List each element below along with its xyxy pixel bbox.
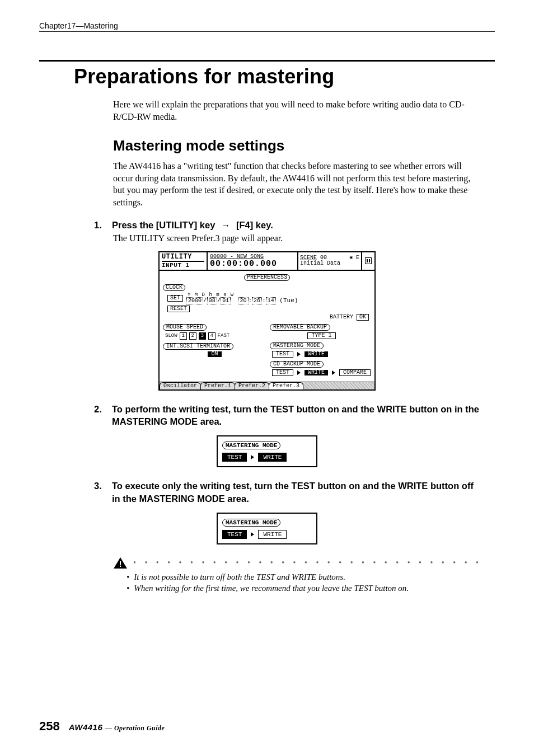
terminator-on-button[interactable]: ON xyxy=(208,351,221,357)
clock-sec[interactable]: 14 xyxy=(266,297,276,304)
battery-status: OK xyxy=(357,314,369,321)
step-1: 1. Press the [UTILITY] key → [F4] key. T… xyxy=(94,219,484,243)
figure-utility-screen: UTILITY INPUT 1 00000 - NEW SONG 00:00:0… xyxy=(39,251,495,391)
warning-block: ! • • • • • • • • • • • • • • • • • • • … xyxy=(113,557,484,594)
lcd-scene-name: Initial Data xyxy=(300,261,359,266)
write-button-off[interactable]: WRITE xyxy=(258,530,287,539)
lcd-counter: 00:00:00.000 xyxy=(210,260,295,268)
title-rule xyxy=(39,60,495,62)
clock-group-label: CLOCK xyxy=(163,284,185,291)
lcd-screen: UTILITY INPUT 1 00000 - NEW SONG 00:00:0… xyxy=(158,251,376,391)
step-text-a: Press the [UTILITY] key xyxy=(112,220,215,230)
guide-label: Operation Guide xyxy=(114,724,165,732)
running-header: Chapter17—Mastering xyxy=(39,21,495,32)
terminator-label: INT.SCSI TERMINATOR xyxy=(163,343,233,350)
step-number: 2. xyxy=(94,403,106,428)
step-number: 1. xyxy=(94,219,106,231)
arrow-right-icon xyxy=(297,370,301,375)
arrow-right-icon xyxy=(251,455,254,459)
write-button-on[interactable]: WRITE xyxy=(258,453,287,462)
mouse-speed-1[interactable]: 1 xyxy=(180,332,187,340)
step-text: To execute only the writing test, turn t… xyxy=(112,480,484,505)
sep: : xyxy=(262,297,266,304)
cd-test-button[interactable]: TEST xyxy=(272,369,293,376)
svg-text:!: ! xyxy=(119,560,122,569)
product-name: AW4416 — Operation Guide xyxy=(69,722,165,732)
mouse-fast-label: FAST xyxy=(218,334,230,339)
section-heading: Mastering mode settings xyxy=(113,137,495,154)
preferences-label: PREFERENCES3 xyxy=(244,274,290,281)
mastering-mode-label: MASTERING MODE xyxy=(270,342,324,349)
cd-backup-mode-label: CD BACKUP MODE xyxy=(270,361,324,368)
clock-year[interactable]: 2000 xyxy=(186,297,203,304)
step-3: 3. To execute only the writing test, tur… xyxy=(94,480,484,505)
cd-write-button[interactable]: WRITE xyxy=(305,370,328,375)
backup-type-button[interactable]: TYPE 1 xyxy=(307,332,335,339)
clock-month[interactable]: 08 xyxy=(207,297,217,304)
page-title: Preparations for mastering xyxy=(74,65,495,88)
step-subtext: The UTILITY screen Prefer.3 page will ap… xyxy=(113,233,484,243)
tab-prefer-1[interactable]: Prefer.1 xyxy=(200,382,235,389)
test-button-on[interactable]: TEST xyxy=(222,530,247,539)
step-text: To perform the writing test, turn the TE… xyxy=(112,403,484,428)
mastering-write-button[interactable]: WRITE xyxy=(305,351,328,357)
intro-paragraph: Here we will explain the preparations th… xyxy=(113,98,484,123)
lcd-utility-label: UTILITY xyxy=(162,253,204,262)
clock-dow: (Tue) xyxy=(279,297,298,304)
arrow-right-icon xyxy=(332,370,335,375)
tab-oscillator[interactable]: Oscillator xyxy=(160,382,201,389)
page-footer: 258 AW4416 — Operation Guide xyxy=(39,719,495,734)
battery-label: BATTERY xyxy=(330,314,353,320)
test-button-on[interactable]: TEST xyxy=(222,453,247,462)
product-prefix: AW xyxy=(69,722,83,732)
mouse-slow-label: SLOW xyxy=(165,334,177,339)
step-number: 3. xyxy=(94,480,106,505)
mouse-speed-3[interactable]: 3 xyxy=(199,332,206,340)
guide-sep: — xyxy=(105,724,113,732)
lcd-pause-cell xyxy=(362,252,374,270)
warning-icon: ! xyxy=(113,557,128,569)
tab-prefer-2[interactable]: Prefer.2 xyxy=(235,382,269,389)
lcd-input-label: INPUT 1 xyxy=(162,262,204,269)
pause-icon xyxy=(365,257,372,264)
figure-mastering-mode-test-only: MASTERING MODE TEST WRITE xyxy=(39,513,495,544)
mastering-test-button[interactable]: TEST xyxy=(272,351,293,358)
warning-dots: • • • • • • • • • • • • • • • • • • • • … xyxy=(133,559,484,567)
clock-set-button[interactable]: SET xyxy=(167,295,183,302)
tab-prefer-3[interactable]: Prefer.3 xyxy=(269,382,303,389)
clock-hour[interactable]: 20 xyxy=(238,297,248,304)
mouse-speed-2[interactable]: 2 xyxy=(189,332,196,340)
section-body: The AW4416 has a "writing test" function… xyxy=(113,160,484,208)
cd-compare-button[interactable]: COMPARE xyxy=(339,369,371,376)
page-number: 258 xyxy=(39,719,60,734)
product-number: 4416 xyxy=(83,722,102,732)
mastering-mode-label: MASTERING MODE xyxy=(222,519,280,527)
step-2: 2. To perform the writing test, turn the… xyxy=(94,403,484,428)
arrow-icon: → xyxy=(221,219,231,231)
mouse-speed-4[interactable]: 4 xyxy=(208,332,216,340)
mouse-speed-label: MOUSE SPEED xyxy=(163,324,207,331)
arrow-right-icon xyxy=(251,532,254,537)
lcd-e-marker: E xyxy=(356,255,359,261)
step-text: Press the [UTILITY] key → [F4] key. xyxy=(112,219,273,231)
figure-mastering-mode-both-on: MASTERING MODE TEST WRITE xyxy=(39,435,495,467)
clock-min[interactable]: 26 xyxy=(252,297,262,304)
arrow-right-icon xyxy=(297,352,301,356)
warning-item: When writing for the first time, we reco… xyxy=(127,583,484,594)
backup-label: REMOVABLE BACKUP xyxy=(270,324,330,331)
mastering-mode-label: MASTERING MODE xyxy=(222,442,280,449)
clock-day[interactable]: 01 xyxy=(221,297,231,304)
step-text-b: [F4] key. xyxy=(236,220,273,230)
warning-item: It is not possible to turn off both the … xyxy=(127,571,484,583)
clock-reset-button[interactable]: RESET xyxy=(167,306,190,312)
sep: / xyxy=(203,297,207,304)
